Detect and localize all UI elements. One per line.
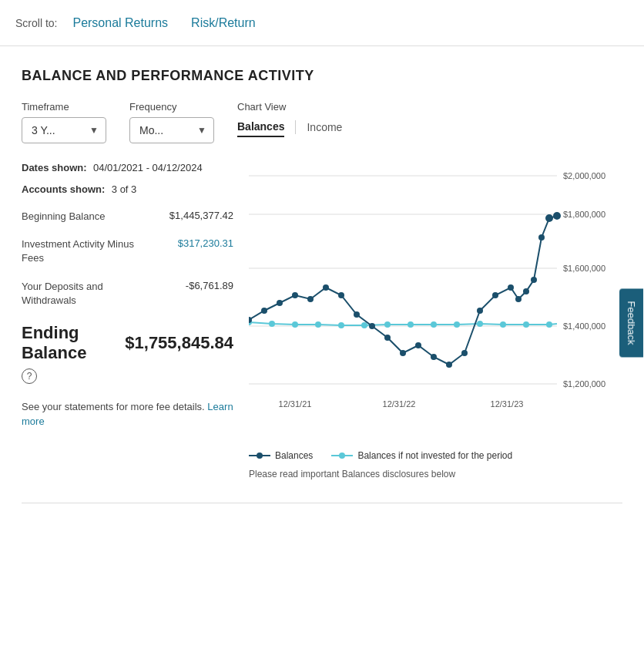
balances-dot-last [545, 214, 553, 222]
accounts-shown-row: Accounts shown: 3 of 3 [22, 182, 233, 196]
chart-area: $2,000,000 $1,800,000 $1,600,000 $1,400,… [249, 160, 626, 479]
legend-not-invested: Balances if not invested for the period [331, 450, 512, 461]
accounts-shown-label: Accounts shown: [22, 183, 105, 195]
not-invested-dot [338, 322, 344, 328]
content-layout: Dates shown: 04/01/2021 - 04/12/2024 Acc… [22, 160, 622, 479]
left-panel: Dates shown: 04/01/2021 - 04/12/2024 Acc… [22, 160, 249, 479]
balances-dot [446, 362, 452, 368]
tab-balances[interactable]: Balances [237, 117, 284, 137]
not-invested-dot [523, 321, 529, 328]
deposits-withdrawals-label: Your Deposits and Withdrawals [22, 280, 137, 308]
deposits-withdrawals-row: Your Deposits and Withdrawals -$6,761.89 [22, 280, 233, 308]
balances-dot [354, 311, 360, 318]
chart-view-label: Chart View [237, 101, 342, 113]
balances-dot [384, 335, 391, 341]
main-content: BALANCE AND PERFORMANCE ACTIVITY Timefra… [0, 46, 644, 525]
investment-activity-row: Investment Activity Minus Fees $317,230.… [22, 237, 233, 265]
legend-balances: Balances [249, 450, 313, 461]
chart-view-tabs: Balances Income [237, 117, 342, 137]
timeframe-select-wrapper[interactable]: 3 Y... 1 Year 2 Years 5 Years 10 Years ▼ [22, 117, 106, 143]
balances-dot [277, 300, 283, 306]
scroll-to-label: Scroll to: [15, 17, 57, 29]
statements-label: See your statements for more fee details… [22, 401, 205, 412]
not-invested-dot [546, 321, 552, 328]
not-invested-dot [408, 321, 414, 328]
chart-view-group: Chart View Balances Income [237, 101, 342, 137]
balances-dot [292, 292, 298, 298]
chart-svg: $2,000,000 $1,800,000 $1,600,000 $1,400,… [249, 160, 626, 438]
beginning-balance-row: Beginning Balance $1,445,377.42 [22, 210, 233, 224]
balances-dot [369, 323, 375, 329]
tab-divider [295, 120, 296, 134]
not-invested-dot [477, 321, 483, 327]
bottom-divider [22, 503, 622, 503]
y-label-1200000: $1,200,000 [563, 379, 605, 389]
y-label-1400000: $1,400,000 [563, 321, 605, 331]
timeframe-group: Timeframe 3 Y... 1 Year 2 Years 5 Years … [22, 101, 106, 143]
statements-text: See your statements for more fee details… [22, 399, 233, 429]
frequency-label: Frequency [129, 101, 214, 113]
svg-point-6 [257, 453, 263, 459]
balances-dot [515, 296, 522, 302]
dates-shown-row: Dates shown: 04/01/2021 - 04/12/2024 [22, 160, 233, 174]
x-label-1231-23: 12/31/23 [491, 399, 524, 409]
chart-legend: Balances Balances if not invested for th… [249, 450, 626, 461]
not-invested-dot [384, 321, 391, 328]
frequency-group: Frequency Mo... Monthly Quarterly Annual… [129, 101, 214, 143]
balances-dot [400, 350, 406, 356]
balances-dot [538, 234, 545, 241]
balances-dot [531, 277, 537, 283]
timeframe-label: Timeframe [22, 101, 106, 113]
chart-svg-container: $2,000,000 $1,800,000 $1,600,000 $1,400,… [249, 160, 626, 479]
x-label-1231-22: 12/31/22 [383, 399, 416, 409]
not-invested-dot [454, 321, 460, 328]
ending-balance-row: Ending Balance $1,755,845.84 [22, 323, 233, 364]
x-label-1231-21: 12/31/21 [279, 399, 312, 409]
not-invested-legend-icon [331, 451, 353, 460]
legend-not-invested-label: Balances if not invested for the period [357, 450, 512, 461]
balances-dot [323, 284, 329, 291]
frequency-select-wrapper[interactable]: Mo... Monthly Quarterly Annually ▼ [129, 117, 214, 143]
balances-dot [261, 308, 267, 314]
frequency-select[interactable]: Mo... Monthly Quarterly Annually [129, 117, 214, 143]
timeframe-select[interactable]: 3 Y... 1 Year 2 Years 5 Years 10 Years [22, 117, 106, 143]
not-invested-dot [361, 322, 367, 328]
balances-dot-end [553, 212, 561, 220]
investment-activity-value: $317,230.31 [178, 237, 233, 249]
risk-return-link[interactable]: Risk/Return [191, 16, 256, 30]
controls-row: Timeframe 3 Y... 1 Year 2 Years 5 Years … [22, 101, 622, 143]
balances-legend-icon [249, 451, 270, 460]
feedback-button[interactable]: Feedback [619, 288, 643, 357]
svg-point-8 [339, 453, 345, 459]
deposits-withdrawals-value: -$6,761.89 [186, 280, 233, 291]
balances-dot [338, 292, 344, 298]
balances-dot [523, 288, 529, 294]
not-invested-dot [269, 321, 275, 327]
beginning-balance-label: Beginning Balance [22, 210, 105, 224]
not-invested-dot [431, 321, 437, 328]
tab-income[interactable]: Income [307, 118, 342, 136]
not-invested-dot [315, 321, 321, 328]
balances-dot [461, 350, 468, 356]
y-label-1800000: $1,800,000 [563, 210, 605, 219]
balances-dot [431, 354, 437, 360]
balances-dot [477, 308, 483, 314]
balances-dot [307, 296, 314, 302]
scroll-bar: Scroll to: Personal Returns Risk/Return [0, 0, 644, 46]
beginning-balance-value: $1,445,377.42 [169, 210, 233, 221]
accounts-shown-value: 3 of 3 [112, 183, 137, 195]
y-label-2000000: $2,000,000 [563, 171, 605, 180]
not-invested-dot [292, 321, 298, 328]
dates-shown-value: 04/01/2021 - 04/12/2024 [93, 162, 203, 173]
help-icon[interactable]: ? [22, 368, 37, 384]
legend-balances-label: Balances [275, 450, 313, 461]
ending-balance-label: Ending Balance [22, 323, 112, 364]
y-label-1600000: $1,600,000 [563, 264, 605, 273]
balances-dot [492, 292, 498, 298]
balances-dot [415, 342, 421, 348]
ending-balance-value: $1,755,845.84 [125, 333, 233, 353]
balances-dot [508, 284, 514, 291]
section-title: BALANCE AND PERFORMANCE ACTIVITY [22, 68, 622, 84]
personal-returns-link[interactable]: Personal Returns [72, 16, 168, 30]
chart-disclosure: Please read important Balances disclosur… [249, 469, 626, 479]
